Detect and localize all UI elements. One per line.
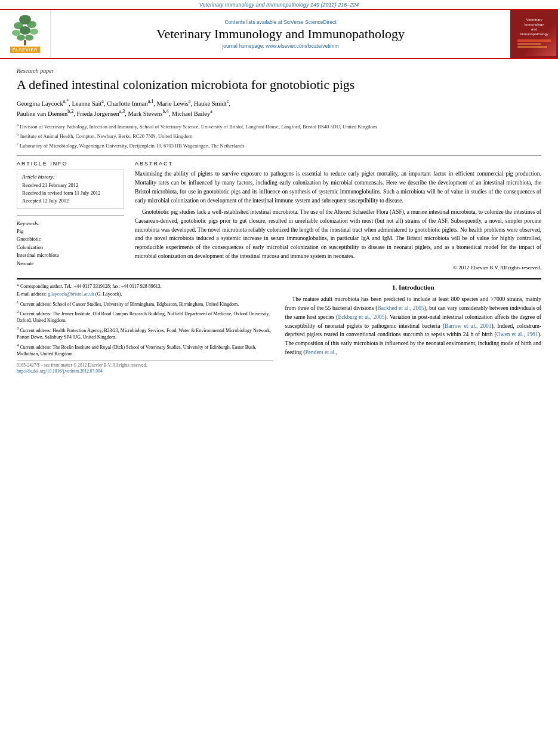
journal-thumbnail: VeterinaryImmunologyandImmunopathology xyxy=(510,10,558,58)
predicted-word: predicted xyxy=(384,296,405,302)
license-text: 0165-2427/$ – see front matter © 2012 El… xyxy=(17,360,273,376)
footnote-1: 1 Current address: School of Cancer Stud… xyxy=(17,299,273,308)
svg-point-4 xyxy=(30,29,38,35)
article-info-heading: ARTICLE INFO xyxy=(17,161,124,167)
doi-link[interactable]: http://dx.doi.org/10.1016/j.vetimm.2012.… xyxy=(17,368,273,375)
two-column-layout: ARTICLE INFO Article history: Received 2… xyxy=(17,161,541,272)
affiliation-a: Division of Veterinary Pathology, Infect… xyxy=(20,124,377,130)
article-type: Research paper xyxy=(17,67,541,74)
received-date: Received 21 February 2012 xyxy=(22,182,119,189)
keyword-pig: Pig xyxy=(17,228,124,236)
thumb-decoration-icon xyxy=(516,38,552,50)
svg-rect-11 xyxy=(517,46,547,48)
thumb-title: VeterinaryImmunologyandImmunopathology xyxy=(520,18,548,36)
abstract-paragraph-2: Gnotobiotic pig studies lack a well-esta… xyxy=(135,208,541,260)
footnote-corresponding: * Corresponding author. Tel.: +44 0117 3… xyxy=(17,283,273,290)
svg-point-2 xyxy=(27,21,36,28)
journal-ref-text: Veterinary Immunology and Immunopatholog… xyxy=(199,2,359,8)
svg-point-5 xyxy=(20,26,30,35)
homepage-link[interactable]: www.elsevier.com/locate/vetimm xyxy=(266,43,338,49)
elsevier-tree-icon xyxy=(10,14,40,47)
history-title: Article history: xyxy=(22,174,119,180)
footnote-3: 3 Current address: Health Protection Age… xyxy=(17,325,273,341)
email-link[interactable]: g.laycock@bristol.ac.uk xyxy=(48,291,94,297)
elsevier-logo: ELSEVIER xyxy=(0,10,51,58)
affiliation-b: Institute of Animal Health, Compton, New… xyxy=(20,133,193,139)
abstract-heading: ABSTRACT xyxy=(135,161,541,167)
keyword-intestinal-microbiota: Intestinal microbiota xyxy=(17,251,124,260)
svg-point-3 xyxy=(12,30,20,36)
article-title: A defined intestinal colonization microb… xyxy=(17,76,541,93)
svg-rect-9 xyxy=(517,39,551,42)
introduction-section: 1. Introduction The mature adult microbi… xyxy=(285,283,542,376)
footnote-4: 4 Current address: The Roslin Institute … xyxy=(17,342,273,358)
journal-header: ELSEVIER Contents lists available at Sci… xyxy=(0,9,558,59)
intro-text: The mature adult microbiota has been pre… xyxy=(285,295,542,357)
intro-heading: 1. Introduction xyxy=(285,283,542,293)
copyright-notice: © 2012 Elsevier B.V. All rights reserved… xyxy=(135,264,541,272)
journal-title: Veterinary Immunology and Immunopatholog… xyxy=(156,26,405,42)
revised-date: Received in revised form 11 July 2012 xyxy=(22,189,119,197)
journal-homepage: journal homepage: www.elsevier.com/locat… xyxy=(222,43,338,49)
affiliation-c: Laboratory of Microbiology, Wageningen U… xyxy=(20,143,244,149)
keyword-gnotobiotic: Gnotobiotic xyxy=(17,235,124,244)
sciverse-link-text[interactable]: SciVerse ScienceDirect xyxy=(283,19,336,25)
backhed-ref[interactable]: Backhed et al., 2005 xyxy=(377,305,424,311)
svg-rect-8 xyxy=(24,40,26,45)
keyword-colonization: Colonization xyxy=(17,244,124,252)
divider-1 xyxy=(17,155,541,156)
accepted-date: Accepted 12 July 2012 xyxy=(22,197,119,205)
intro-paragraph-1: The mature adult microbiota has been pre… xyxy=(285,295,542,357)
abstract-paragraph-1: Maximising the ability of piglets to sur… xyxy=(135,170,541,205)
barrow-ref[interactable]: Barrow et al., 2001 xyxy=(445,323,492,329)
page: Veterinary Immunology and Immunopatholog… xyxy=(0,0,558,756)
sciverse-link: Contents lists available at SciVerse Sci… xyxy=(224,19,336,25)
keywords-list: Pig Gnotobiotic Colonization Intestinal … xyxy=(17,228,124,268)
footnotes-and-intro: * Corresponding author. Tel.: +44 0117 3… xyxy=(17,283,541,376)
penders-ref[interactable]: Penders et al., xyxy=(306,349,337,355)
svg-point-7 xyxy=(25,35,33,41)
bottom-divider xyxy=(17,278,541,279)
header-center: Contents lists available at SciVerse Sci… xyxy=(51,10,510,58)
affiliations: a Division of Veterinary Pathology, Infe… xyxy=(17,122,541,149)
abstract-text: Maximising the ability of piglets to sur… xyxy=(135,170,541,272)
authors: Georgina Laycocka,*, Leanne Saita, Charl… xyxy=(17,98,541,119)
abstract-column: ABSTRACT Maximising the ability of pigle… xyxy=(135,161,541,272)
article-info-column: ARTICLE INFO Article history: Received 2… xyxy=(17,161,124,272)
article-history-box: Article history: Received 21 February 20… xyxy=(17,170,124,208)
svg-rect-10 xyxy=(517,43,541,45)
owen-ref[interactable]: Owen et al., 1961 xyxy=(497,331,538,337)
svg-point-6 xyxy=(17,35,25,41)
thumb-inner: VeterinaryImmunologyandImmunopathology xyxy=(512,12,556,56)
footnotes-section: * Corresponding author. Tel.: +44 0117 3… xyxy=(17,283,273,376)
eckburg-ref[interactable]: Eckburg et al., 2005 xyxy=(338,314,384,320)
footnote-2: 2 Current address: The Jenner Institute,… xyxy=(17,309,273,324)
divider-keywords xyxy=(17,215,124,216)
elsevier-box: ELSEVIER xyxy=(10,47,41,53)
journal-reference-bar: Veterinary Immunology and Immunopatholog… xyxy=(0,0,558,9)
main-content: Research paper A defined intestinal colo… xyxy=(0,59,558,381)
keyword-neonate: Neonate xyxy=(17,260,124,268)
keywords-title: Keywords: xyxy=(17,220,124,226)
footnote-email: E-mail address: g.laycock@bristol.ac.uk … xyxy=(17,291,273,298)
